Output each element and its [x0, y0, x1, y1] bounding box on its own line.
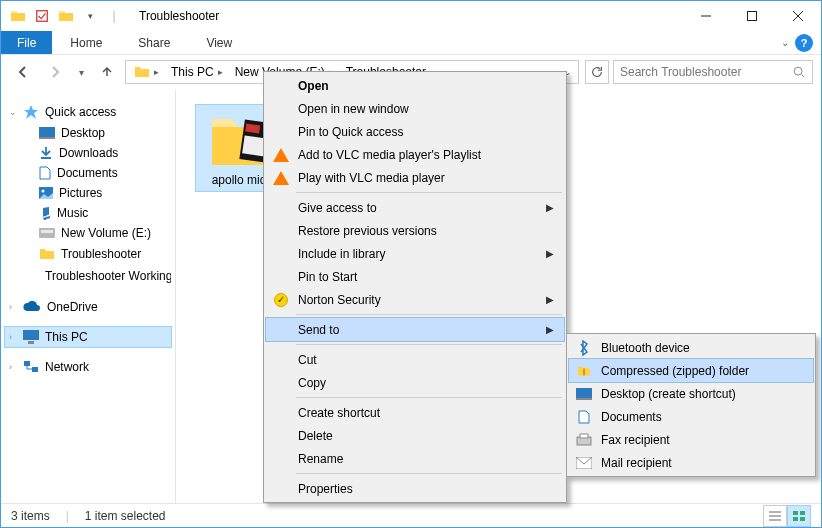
download-icon: [39, 146, 53, 160]
svg-rect-29: [576, 398, 592, 400]
help-icon[interactable]: ?: [795, 34, 813, 52]
ctx-open-new-window[interactable]: Open in new window: [266, 97, 564, 120]
submenu-arrow-icon: ▶: [546, 202, 554, 213]
refresh-button[interactable]: [585, 60, 609, 84]
navitem-music[interactable]: Music: [5, 203, 171, 223]
ribbon: File Home Share View ⌄ ?: [1, 31, 821, 55]
breadcrumb-seg[interactable]: This PC▸: [165, 61, 229, 83]
close-button[interactable]: [775, 1, 821, 31]
svg-point-5: [794, 67, 802, 75]
norton-icon: ✓: [272, 291, 290, 309]
navitem-onedrive[interactable]: › OneDrive: [5, 297, 171, 317]
ctx-vlc-play[interactable]: Play with VLC media player: [266, 166, 564, 189]
sendto-documents[interactable]: Documents: [569, 405, 813, 428]
navitem-desktop[interactable]: Desktop: [5, 123, 171, 143]
ctx-delete[interactable]: Delete: [266, 424, 564, 447]
window-title: Troubleshooter: [139, 9, 219, 23]
maximize-button[interactable]: [729, 1, 775, 31]
svg-rect-0: [37, 11, 48, 22]
minimize-button[interactable]: [683, 1, 729, 31]
separator: [296, 473, 562, 474]
qat-dropdown-icon[interactable]: ▾: [79, 5, 101, 27]
titlebar: ▾ | Troubleshooter: [1, 1, 821, 31]
navitem-this-pc[interactable]: › This PC: [5, 327, 171, 347]
navitem-downloads[interactable]: Downloads: [5, 143, 171, 163]
sendto-bluetooth[interactable]: Bluetooth device: [569, 336, 813, 359]
view-switcher: [763, 505, 811, 527]
quick-access-toolbar: ▾: [7, 5, 101, 27]
svg-rect-8: [39, 137, 55, 139]
up-button[interactable]: [93, 58, 121, 86]
status-bar: 3 items | 1 item selected: [1, 503, 821, 527]
music-icon: [39, 206, 51, 220]
context-menu: Open Open in new window Pin to Quick acc…: [263, 71, 567, 503]
ctx-restore-previous[interactable]: Restore previous versions: [266, 219, 564, 242]
navitem-troubleshooter[interactable]: Troubleshooter: [5, 243, 171, 265]
svg-rect-27: [583, 368, 585, 375]
ctx-norton[interactable]: ✓Norton Security▶: [266, 288, 564, 311]
network-icon: [23, 360, 39, 374]
svg-rect-25: [793, 517, 798, 521]
navitem-quick-access[interactable]: ⌄ Quick access: [5, 101, 171, 123]
ctx-rename[interactable]: Rename: [266, 447, 564, 470]
pictures-icon: [39, 187, 53, 199]
ctx-give-access[interactable]: Give access to▶: [266, 196, 564, 219]
ctx-pin-start[interactable]: Pin to Start: [266, 265, 564, 288]
submenu-arrow-icon: ▶: [546, 248, 554, 259]
svg-rect-28: [576, 388, 592, 398]
navitem-troubleshooter-working[interactable]: Troubleshooter Working: [5, 265, 171, 287]
sendto-desktop-shortcut[interactable]: Desktop (create shortcut): [569, 382, 813, 405]
tab-share[interactable]: Share: [120, 31, 188, 54]
sendto-fax[interactable]: Fax recipient: [569, 428, 813, 451]
details-view-button[interactable]: [763, 505, 787, 527]
folder-icon: [55, 5, 77, 27]
qat-properties-icon[interactable]: [31, 5, 53, 27]
separator: [296, 192, 562, 193]
document-icon: [39, 166, 51, 180]
separator: [296, 344, 562, 345]
navitem-volume-e[interactable]: New Volume (E:): [5, 223, 171, 243]
search-input[interactable]: Search Troubleshooter: [613, 60, 813, 84]
tab-view[interactable]: View: [188, 31, 250, 54]
divider-icon: |: [66, 509, 69, 523]
separator: [296, 397, 562, 398]
icons-view-button[interactable]: [787, 505, 811, 527]
ctx-vlc-add[interactable]: Add to VLC media player's Playlist: [266, 143, 564, 166]
navitem-network[interactable]: › Network: [5, 357, 171, 377]
desktop-icon: [39, 127, 55, 139]
selected-count: 1 item selected: [85, 509, 166, 523]
tab-home[interactable]: Home: [52, 31, 120, 54]
recent-button[interactable]: ▾: [73, 58, 89, 86]
ctx-create-shortcut[interactable]: Create shortcut: [266, 401, 564, 424]
submenu-arrow-icon: ▶: [546, 324, 554, 335]
mail-icon: [575, 454, 593, 472]
ctx-open[interactable]: Open: [266, 74, 564, 97]
submenu-arrow-icon: ▶: [546, 294, 554, 305]
sendto-compressed-folder[interactable]: Compressed (zipped) folder: [569, 359, 813, 382]
ctx-include-library[interactable]: Include in library▶: [266, 242, 564, 265]
folder-icon: [39, 246, 55, 262]
ctx-properties[interactable]: Properties: [266, 477, 564, 500]
ctx-cut[interactable]: Cut: [266, 348, 564, 371]
svg-rect-12: [41, 230, 53, 233]
svg-point-10: [42, 190, 45, 193]
onedrive-icon: [23, 301, 41, 313]
svg-rect-13: [23, 330, 39, 340]
ctx-pin-quick-access[interactable]: Pin to Quick access: [266, 120, 564, 143]
svg-rect-26: [800, 517, 805, 521]
file-tab[interactable]: File: [1, 31, 52, 54]
navitem-pictures[interactable]: Pictures: [5, 183, 171, 203]
forward-button[interactable]: [41, 58, 69, 86]
svg-line-6: [802, 75, 805, 78]
ctx-copy[interactable]: Copy: [266, 371, 564, 394]
vlc-icon: [272, 146, 290, 164]
sendto-mail[interactable]: Mail recipient: [569, 451, 813, 474]
back-button[interactable]: [9, 58, 37, 86]
drive-icon: [39, 227, 55, 239]
ctx-send-to[interactable]: Send to▶: [266, 318, 564, 341]
svg-rect-15: [24, 361, 30, 366]
navitem-documents[interactable]: Documents: [5, 163, 171, 183]
document-icon: [575, 408, 593, 426]
svg-rect-23: [793, 511, 798, 515]
ribbon-expand-icon[interactable]: ⌄: [781, 37, 789, 48]
